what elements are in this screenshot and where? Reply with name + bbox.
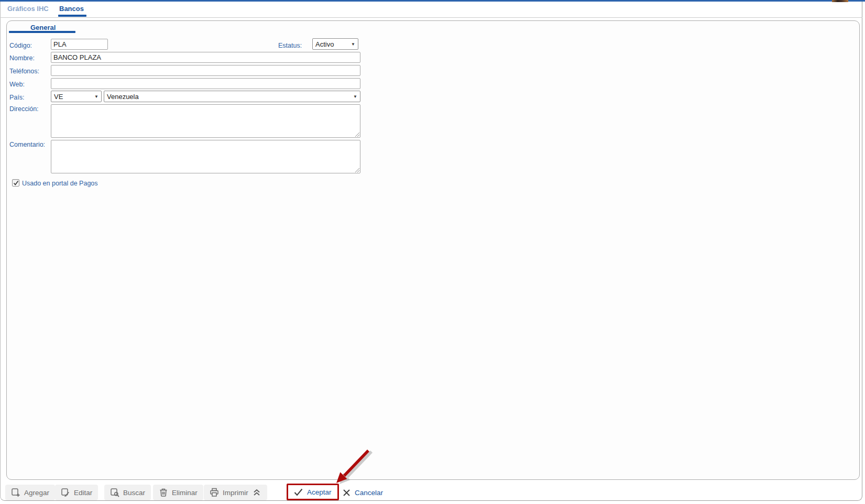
nombre-label: Nombre:	[9, 54, 35, 62]
direccion-textarea[interactable]	[51, 104, 360, 138]
buscar-button[interactable]: Buscar	[104, 485, 151, 500]
edit-document-icon	[61, 488, 70, 497]
aceptar-button[interactable]: Aceptar	[287, 484, 339, 500]
telefonos-label: Teléfonos:	[9, 68, 39, 75]
estatus-select[interactable]: Activo ▼	[312, 38, 358, 50]
estatus-label: Estatus:	[278, 42, 302, 49]
subtab-underline	[9, 31, 75, 33]
estatus-selected-value: Activo	[315, 40, 334, 48]
pais-code-selected-value: VE	[54, 93, 63, 101]
pais-name-selected-value: Venezuela	[107, 93, 139, 101]
dropdown-arrow-icon: ▼	[91, 94, 98, 99]
trash-icon	[159, 488, 168, 497]
editar-button-label: Editar	[74, 489, 92, 497]
imprimir-button-label: Imprimir	[223, 489, 248, 497]
editar-button[interactable]: Editar	[55, 485, 98, 500]
eliminar-button[interactable]: Eliminar	[153, 485, 203, 500]
cancelar-button-label: Cancelar	[355, 489, 383, 497]
dropdown-arrow-icon: ▼	[350, 94, 357, 99]
pais-code-select[interactable]: VE ▼	[51, 91, 102, 102]
portal-pagos-checkbox[interactable]	[12, 179, 19, 187]
web-label: Web:	[9, 81, 25, 88]
add-document-icon	[11, 488, 20, 497]
pais-name-select[interactable]: Venezuela ▼	[104, 91, 360, 102]
tabbar-divider	[0, 17, 862, 18]
active-tab-underline	[58, 15, 86, 17]
search-document-icon	[110, 488, 119, 497]
top-blue-strip	[0, 0, 865, 2]
pais-label: País:	[9, 94, 25, 101]
checkbox-check-icon	[13, 180, 19, 186]
direccion-label: Dirección:	[9, 105, 39, 113]
cancelar-button[interactable]: Cancelar	[340, 485, 386, 500]
subtab-general[interactable]: General	[30, 24, 56, 31]
comentario-label: Comentario:	[9, 141, 45, 148]
eliminar-button-label: Eliminar	[172, 489, 198, 497]
top-edge-artifact	[832, 0, 848, 2]
double-chevron-up-icon[interactable]	[252, 488, 261, 497]
tab-bancos[interactable]: Bancos	[59, 5, 84, 13]
printer-icon	[210, 488, 219, 497]
buscar-button-label: Buscar	[123, 489, 145, 497]
tab-graficos-ihc[interactable]: Gráficos IHC	[7, 5, 49, 13]
dropdown-arrow-icon: ▼	[348, 42, 355, 47]
agregar-button-label: Agregar	[24, 489, 49, 497]
imprimir-button[interactable]: Imprimir	[204, 485, 267, 500]
nombre-input[interactable]	[51, 52, 360, 63]
codigo-input[interactable]	[51, 39, 108, 50]
aceptar-button-label: Aceptar	[307, 488, 332, 496]
portal-pagos-checkbox-label: Usado en portal de Pagos	[22, 180, 98, 187]
x-icon	[343, 489, 351, 497]
agregar-button[interactable]: Agregar	[5, 485, 55, 500]
telefonos-input[interactable]	[51, 65, 360, 76]
bancos-form-panel: General Código: Estatus: Activo ▼ Nombre…	[6, 20, 860, 480]
check-icon	[294, 488, 303, 496]
comentario-textarea[interactable]	[51, 140, 360, 173]
codigo-label: Código:	[9, 42, 32, 49]
web-input[interactable]	[51, 78, 360, 89]
